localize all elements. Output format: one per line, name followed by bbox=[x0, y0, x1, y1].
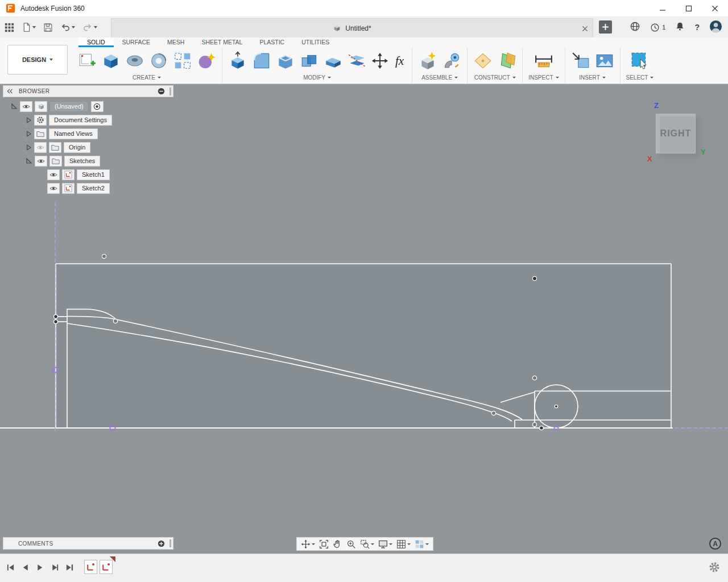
account-avatar[interactable] bbox=[709, 20, 722, 35]
visibility-toggle[interactable] bbox=[20, 101, 32, 112]
timeline-go-to-end-button[interactable] bbox=[65, 563, 75, 572]
split-body-button[interactable] bbox=[348, 51, 367, 70]
group-label-modify[interactable]: MODIFY bbox=[303, 74, 331, 81]
minimize-button[interactable] bbox=[650, 0, 676, 17]
panel-minimize-icon[interactable] bbox=[158, 88, 165, 95]
comments-panel[interactable]: COMMENTS bbox=[3, 537, 173, 550]
timeline-marker-icon[interactable] bbox=[110, 556, 115, 562]
undo-button[interactable] bbox=[60, 23, 75, 32]
nav-viewports-button[interactable] bbox=[413, 538, 430, 550]
change-parameters-button[interactable]: fx bbox=[393, 54, 406, 68]
create-sketch-button[interactable] bbox=[77, 51, 97, 70]
insert-mesh-button[interactable] bbox=[571, 51, 590, 70]
activate-component-radio[interactable] bbox=[91, 101, 104, 112]
construction-plane-button[interactable] bbox=[473, 51, 493, 70]
create-torus-button[interactable] bbox=[125, 51, 144, 70]
press-pull-button[interactable] bbox=[228, 51, 247, 70]
view-cube[interactable]: RIGHT Z X Y bbox=[647, 101, 710, 165]
timeline-play-button[interactable] bbox=[35, 563, 45, 572]
timeline-feature-sketch1[interactable] bbox=[84, 560, 97, 574]
browser-header[interactable]: BROWSER bbox=[3, 85, 173, 97]
shell-button[interactable] bbox=[276, 51, 295, 70]
expand-closed-icon[interactable] bbox=[26, 144, 32, 151]
nav-grid-settings-button[interactable] bbox=[395, 538, 412, 550]
maximize-button[interactable] bbox=[676, 0, 702, 17]
tree-item-label[interactable]: Sketches bbox=[64, 156, 100, 167]
job-status-button[interactable]: 1 bbox=[650, 23, 665, 32]
timeline-go-to-start-button[interactable] bbox=[6, 563, 15, 572]
fillet-button[interactable] bbox=[252, 51, 271, 70]
tree-item-origin[interactable]: Origin bbox=[26, 140, 173, 154]
tree-item-label[interactable]: Sketch2 bbox=[77, 183, 110, 194]
move-copy-button[interactable] bbox=[371, 52, 388, 69]
save-button[interactable] bbox=[43, 23, 53, 32]
timeline-step-back-button[interactable] bbox=[20, 563, 30, 572]
nav-pan-button[interactable] bbox=[332, 538, 344, 550]
document-tab[interactable]: Untitled* bbox=[111, 18, 593, 38]
tree-item-sketch1[interactable]: Sketch1 bbox=[47, 168, 173, 181]
timeline-settings-button[interactable] bbox=[709, 562, 720, 575]
nav-orbit-button[interactable] bbox=[300, 538, 316, 550]
visibility-toggle-off[interactable] bbox=[34, 142, 47, 153]
visibility-toggle[interactable] bbox=[47, 169, 60, 180]
tree-item-sketch2[interactable]: Sketch2 bbox=[47, 181, 173, 195]
tab-mesh[interactable]: MESH bbox=[159, 38, 193, 47]
file-menu-button[interactable] bbox=[22, 22, 36, 32]
group-label-insert[interactable]: INSERT bbox=[579, 74, 606, 81]
tree-item-label[interactable]: Named Views bbox=[49, 128, 98, 139]
create-form-button[interactable] bbox=[197, 51, 216, 70]
expand-open-icon[interactable] bbox=[11, 103, 18, 110]
measure-button[interactable] bbox=[534, 51, 553, 70]
tab-solid[interactable]: SOLID bbox=[78, 38, 114, 47]
expand-closed-icon[interactable] bbox=[26, 117, 32, 123]
create-pattern-button[interactable] bbox=[173, 51, 192, 70]
notifications-button[interactable] bbox=[675, 21, 685, 34]
document-root-label[interactable]: (Unsaved) bbox=[49, 101, 89, 112]
expand-closed-icon[interactable] bbox=[26, 131, 32, 137]
nav-zoom-button[interactable] bbox=[345, 538, 357, 550]
tree-item-label[interactable]: Sketch1 bbox=[77, 169, 110, 180]
tab-surface[interactable]: SURFACE bbox=[114, 38, 159, 47]
view-cube-face[interactable]: RIGHT bbox=[656, 114, 696, 153]
construction-axis-button[interactable] bbox=[497, 51, 516, 70]
close-button[interactable] bbox=[702, 0, 728, 17]
tree-root-row[interactable]: (Unsaved) bbox=[11, 99, 173, 113]
tree-item-sketches[interactable]: Sketches bbox=[26, 154, 173, 168]
visibility-toggle[interactable] bbox=[35, 156, 47, 167]
visibility-toggle[interactable] bbox=[47, 183, 60, 194]
group-label-assemble[interactable]: ASSEMBLE bbox=[421, 74, 458, 81]
expand-open-icon[interactable] bbox=[26, 157, 32, 164]
extensions-globe-button[interactable] bbox=[630, 21, 640, 34]
add-comment-icon[interactable] bbox=[158, 540, 165, 547]
workspace-switcher[interactable]: DESIGN bbox=[7, 45, 68, 74]
tab-plastic[interactable]: PLASTIC bbox=[251, 38, 293, 47]
tree-item-label[interactable]: Document Settings bbox=[49, 115, 112, 126]
nav-fit-button[interactable] bbox=[318, 538, 330, 550]
select-button[interactable] bbox=[630, 51, 650, 70]
insert-canvas-button[interactable] bbox=[595, 51, 614, 70]
group-label-create[interactable]: CREATE bbox=[133, 74, 161, 81]
offset-face-button[interactable] bbox=[324, 51, 343, 70]
browser-scrollbar[interactable] bbox=[169, 88, 171, 95]
group-label-construct[interactable]: CONSTRUCT bbox=[474, 74, 516, 81]
new-tab-button[interactable] bbox=[599, 20, 612, 34]
joint-button[interactable] bbox=[442, 51, 461, 70]
create-coil-button[interactable] bbox=[149, 51, 168, 70]
tree-item-label[interactable]: Origin bbox=[64, 142, 90, 153]
comments-scrollbar[interactable] bbox=[169, 539, 171, 547]
combine-button[interactable] bbox=[300, 51, 319, 70]
new-component-button[interactable] bbox=[418, 51, 437, 70]
tab-close-button[interactable] bbox=[582, 24, 588, 34]
nav-zoom-window-button[interactable] bbox=[359, 538, 375, 550]
help-button[interactable]: ? bbox=[694, 22, 700, 32]
collapse-panel-icon[interactable] bbox=[7, 89, 13, 94]
tab-utilities[interactable]: UTILITIES bbox=[293, 38, 338, 47]
nav-display-settings-button[interactable] bbox=[377, 538, 394, 550]
tab-sheet-metal[interactable]: SHEET METAL bbox=[193, 38, 251, 47]
tree-item-named-views[interactable]: Named Views bbox=[26, 127, 173, 140]
group-label-inspect[interactable]: INSPECT bbox=[528, 74, 559, 81]
timeline-step-forward-button[interactable] bbox=[50, 563, 60, 572]
create-box-button[interactable] bbox=[101, 51, 121, 70]
timeline-feature-sketch2[interactable] bbox=[100, 560, 113, 574]
tree-item-document-settings[interactable]: Document Settings bbox=[26, 113, 173, 127]
